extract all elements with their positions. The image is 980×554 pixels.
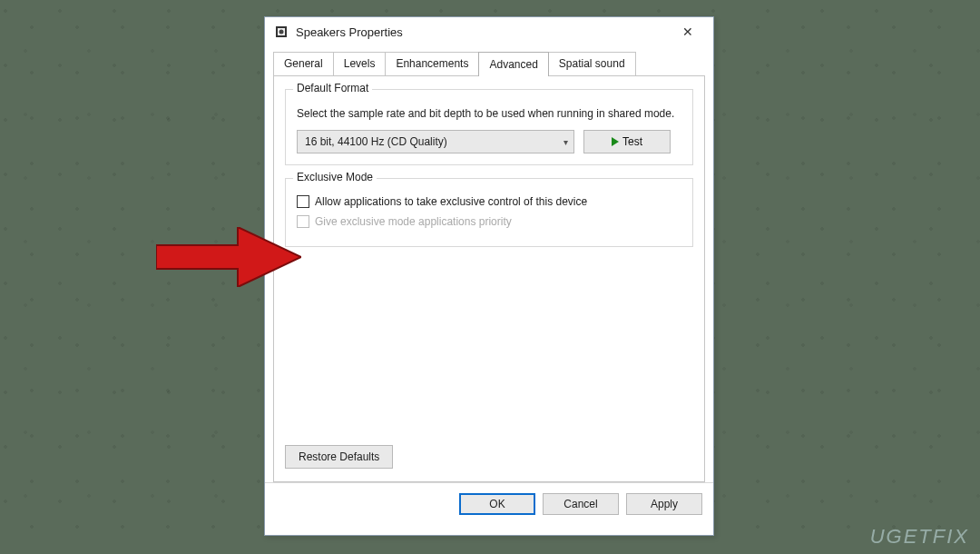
annotation-arrow	[156, 227, 301, 287]
tab-content-advanced: Default Format Select the sample rate an…	[273, 75, 705, 482]
sample-rate-value: 16 bit, 44100 Hz (CD Quality)	[305, 135, 447, 148]
window-title: Speakers Properties	[296, 25, 670, 39]
group-title: Exclusive Mode	[293, 171, 377, 183]
tab-strip: General Levels Enhancements Advanced Spa…	[273, 52, 705, 75]
checkbox-label: Allow applications to take exclusive con…	[315, 195, 587, 208]
default-format-description: Select the sample rate and bit depth to …	[297, 106, 681, 121]
group-exclusive-mode: Exclusive Mode Allow applications to tak…	[285, 178, 693, 247]
chevron-down-icon: ▾	[564, 137, 568, 147]
tab-enhancements[interactable]: Enhancements	[385, 52, 479, 75]
checkbox-row-exclusive-control[interactable]: Allow applications to take exclusive con…	[297, 195, 681, 208]
group-default-format: Default Format Select the sample rate an…	[285, 89, 693, 165]
tab-advanced[interactable]: Advanced	[478, 52, 548, 76]
button-label: Apply	[651, 498, 678, 510]
tab-label: Levels	[344, 57, 376, 70]
test-button[interactable]: Test	[583, 130, 671, 153]
sample-rate-select[interactable]: 16 bit, 44100 Hz (CD Quality) ▾	[297, 130, 574, 153]
close-button[interactable]: ✕	[670, 19, 706, 45]
close-icon: ✕	[682, 25, 693, 39]
checkbox-exclusive-control[interactable]	[297, 195, 309, 208]
tab-label: General	[284, 57, 323, 70]
ok-button[interactable]: OK	[459, 493, 535, 515]
button-label: Cancel	[564, 498, 597, 510]
watermark: UGETFIX	[870, 525, 969, 549]
play-icon	[612, 137, 619, 146]
test-label: Test	[622, 135, 642, 148]
tab-levels[interactable]: Levels	[333, 52, 387, 75]
apply-button[interactable]: Apply	[626, 493, 702, 515]
tab-general[interactable]: General	[273, 52, 334, 75]
checkbox-row-priority: Give exclusive mode applications priorit…	[297, 215, 681, 228]
checkbox-label: Give exclusive mode applications priorit…	[315, 215, 512, 228]
tab-label: Advanced	[489, 58, 537, 71]
app-icon	[274, 25, 289, 39]
group-title: Default Format	[293, 82, 372, 94]
restore-defaults-button[interactable]: Restore Defaults	[285, 445, 393, 469]
button-label: OK	[489, 498, 505, 510]
button-label: Restore Defaults	[299, 450, 379, 463]
dialog-footer: OK Cancel Apply	[265, 482, 713, 524]
tab-label: Spatial sound	[559, 57, 625, 70]
tab-label: Enhancements	[396, 57, 468, 70]
speakers-properties-dialog: Speakers Properties ✕ General Levels Enh…	[264, 16, 714, 536]
svg-marker-0	[156, 227, 301, 287]
svg-point-3	[279, 30, 284, 35]
cancel-button[interactable]: Cancel	[543, 493, 619, 515]
titlebar: Speakers Properties ✕	[265, 17, 713, 46]
tab-spatial-sound[interactable]: Spatial sound	[548, 52, 636, 75]
